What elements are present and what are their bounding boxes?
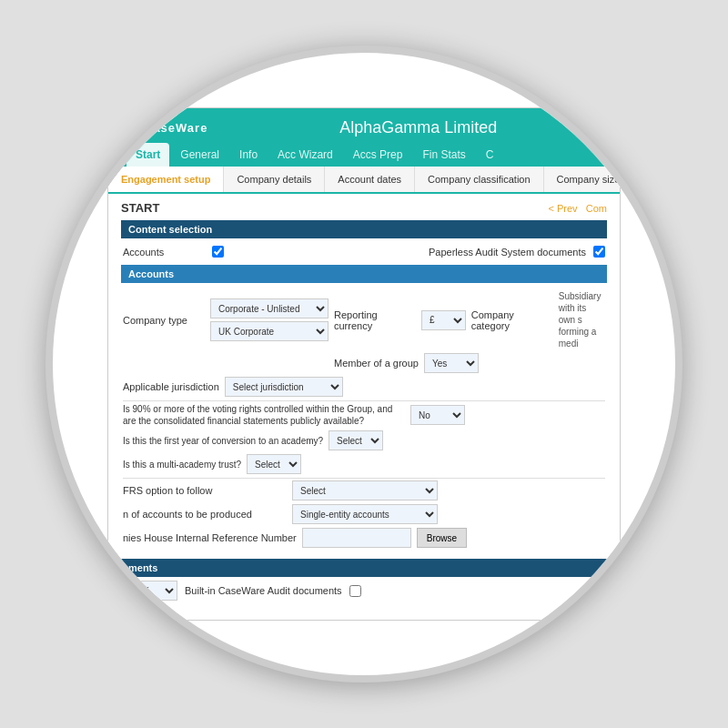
nav-item-info[interactable]: Info [230, 143, 267, 167]
frs-row: FRS option to follow Select [123, 480, 605, 500]
nav-menu: Start General Info Acc Wizard Accs Prep … [126, 143, 602, 167]
q1-row: Is 90% or more of the voting rights cont… [123, 403, 605, 427]
company-type-row: Company type Corporate - Unlisted UK Cor… [123, 290, 605, 349]
q2-text: Is this the first year of conversion to … [123, 435, 323, 447]
company-type-select[interactable]: Corporate - Unlisted [210, 298, 329, 318]
browse-button[interactable]: Browse [417, 528, 467, 548]
prev-link[interactable]: < Prev [548, 203, 577, 214]
company-category-label: Company category [471, 309, 553, 331]
companies-house-label: nies House Internal Reference Number [123, 532, 297, 543]
q1-select[interactable]: No [410, 405, 465, 425]
member-of-group-row: Member of a group Yes [123, 353, 605, 373]
jurisdiction-row: Applicable jurisdiction Select jurisdict… [123, 377, 605, 397]
tab-company-classification[interactable]: Company classification [415, 167, 544, 192]
q2-select[interactable]: Select [329, 430, 383, 450]
tab-account-dates[interactable]: Account dates [325, 167, 415, 192]
paperless-label: Paperless Audit System documents [429, 247, 586, 258]
accounts-produced-row: n of accounts to be produced Single-enti… [123, 504, 605, 524]
member-of-group-select[interactable]: Yes [424, 353, 479, 373]
accounts-checkbox[interactable] [212, 246, 224, 258]
nav-item-start[interactable]: Start [126, 143, 169, 167]
logo-area: ≋ CaseWare [126, 117, 207, 137]
tab-company-details[interactable]: Company details [224, 167, 325, 192]
app-header: ≋ CaseWare AlphaGamma Limited Start Gene… [108, 108, 620, 167]
company-category-value: Subsidiary with its own s forming a medi [559, 290, 605, 349]
company-type-sub-select[interactable]: UK Corporate [210, 321, 329, 341]
content-selection-header: Content selection [121, 220, 607, 238]
page-header: START < Prev Com [121, 201, 607, 215]
nav-item-accs-prep[interactable]: Accs Prep [344, 143, 412, 167]
divider2 [123, 478, 605, 479]
page-title: START [121, 201, 159, 215]
companies-house-input[interactable]: 1234567890 [302, 528, 411, 548]
app-title: AlphaGamma Limited [235, 118, 602, 137]
member-of-group-label: Member of a group [334, 358, 419, 369]
builtin-checkbox[interactable] [349, 585, 361, 597]
reporting-currency-select[interactable]: £ [421, 310, 466, 330]
bottom-section-header: ments [121, 559, 607, 577]
tab-company-size[interactable]: Company size [544, 167, 620, 192]
main-content: START < Prev Com Content selection Accou… [108, 194, 620, 612]
jurisdiction-label: Applicable jurisdiction [123, 381, 219, 392]
logo-icon: ≋ [126, 117, 140, 137]
next-link[interactable]: Com [586, 203, 607, 214]
hat-row: HAT Built-in CaseWare Audit documents [121, 577, 607, 604]
paperless-checkbox[interactable] [593, 246, 605, 258]
company-type-label: Company type [123, 315, 205, 326]
nav-item-fin-stats[interactable]: Fin Stats [413, 143, 474, 167]
accounts-label: Accounts [123, 247, 205, 258]
companies-house-row: nies House Internal Reference Number 123… [123, 528, 605, 548]
company-type-selects: Corporate - Unlisted UK Corporate [210, 298, 329, 341]
content-selection-row: Accounts Paperless Audit System document… [121, 242, 607, 261]
accounts-form: Company type Corporate - Unlisted UK Cor… [121, 287, 607, 555]
hat-select[interactable]: HAT [123, 581, 177, 601]
tab-bar: Engagement setup Company details Account… [108, 167, 620, 194]
logo-text: CaseWare [144, 121, 207, 135]
frs-select[interactable]: Select [292, 480, 438, 500]
tab-engagement-setup[interactable]: Engagement setup [108, 167, 224, 194]
reporting-currency-label: Reporting currency [334, 309, 416, 331]
frs-label: FRS option to follow [123, 485, 287, 496]
nav-item-general[interactable]: General [171, 143, 228, 167]
builtin-label: Built-in CaseWare Audit documents [185, 585, 342, 596]
q3-row: Is this a multi-academy trust? Select [123, 454, 605, 474]
q2-row: Is this the first year of conversion to … [123, 430, 605, 450]
nav-item-c[interactable]: C [477, 143, 503, 167]
divider1 [123, 400, 605, 401]
q1-text: Is 90% or more of the voting rights cont… [123, 403, 405, 427]
accounts-section-header: Accounts [121, 265, 607, 283]
page-nav: < Prev Com [548, 203, 607, 214]
accounts-produced-label: n of accounts to be produced [123, 509, 287, 520]
q3-text: Is this a multi-academy trust? [123, 459, 241, 470]
nav-item-acc-wizard[interactable]: Acc Wizard [268, 143, 342, 167]
jurisdiction-select[interactable]: Select jurisdiction [225, 377, 343, 397]
q3-select[interactable]: Select [247, 454, 301, 474]
accounts-produced-select[interactable]: Single-entity accounts [292, 504, 438, 524]
